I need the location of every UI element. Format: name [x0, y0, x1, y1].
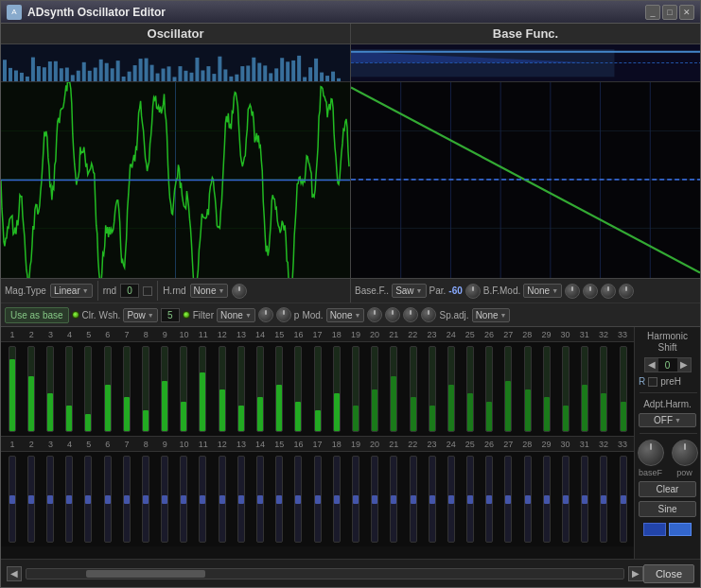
amplitude-slider-30[interactable]: [562, 346, 570, 432]
spadj-dropdown[interactable]: None: [472, 308, 511, 322]
phase-slider-27[interactable]: [504, 456, 512, 543]
filter-knob2[interactable]: [276, 307, 291, 322]
amplitude-slider-13[interactable]: [237, 346, 245, 432]
phase-slider-23[interactable]: [429, 456, 436, 543]
rnd-checkbox[interactable]: [143, 286, 152, 296]
phase-slider-21[interactable]: [390, 456, 397, 543]
preh-checkbox[interactable]: [648, 377, 657, 387]
phase-slider-17[interactable]: [314, 456, 322, 543]
amplitude-slider-28[interactable]: [524, 346, 532, 432]
mod-knob4[interactable]: [421, 307, 436, 322]
minimize-button[interactable]: _: [645, 5, 660, 20]
sine-button[interactable]: Sine: [639, 501, 696, 517]
filter-dropdown[interactable]: None: [217, 308, 255, 322]
bfmod-knob2[interactable]: [583, 284, 598, 299]
phase-slider-14[interactable]: [256, 456, 264, 543]
phase-slider-30[interactable]: [562, 456, 570, 543]
amplitude-slider-14[interactable]: [256, 346, 264, 432]
phase-slider-29[interactable]: [543, 456, 551, 543]
amplitude-slider-20[interactable]: [371, 346, 378, 432]
phase-slider-25[interactable]: [466, 456, 474, 543]
amplitude-slider-23[interactable]: [429, 346, 436, 432]
phase-slider-20[interactable]: [371, 456, 378, 543]
scroll-right-button[interactable]: ▶: [628, 566, 643, 581]
amplitude-slider-31[interactable]: [581, 346, 588, 432]
hrnd-dropdown[interactable]: None: [190, 284, 229, 298]
wsh-dropdown[interactable]: Pow: [123, 308, 157, 322]
phase-slider-10[interactable]: [180, 456, 187, 543]
harmonic-shift-increment[interactable]: ▶: [677, 358, 691, 372]
phase-slider-31[interactable]: [581, 456, 588, 543]
amplitude-slider-24[interactable]: [447, 346, 455, 432]
phase-slider-22[interactable]: [410, 456, 417, 543]
amplitude-slider-17[interactable]: [314, 346, 322, 432]
phase-slider-12[interactable]: [219, 456, 226, 543]
scroll-left-button[interactable]: ◀: [7, 566, 22, 581]
phase-slider-7[interactable]: [123, 456, 131, 543]
phase-slider-15[interactable]: [275, 456, 283, 543]
phase-slider-1[interactable]: [9, 456, 16, 543]
bfmod-knob3[interactable]: [601, 284, 616, 299]
maximize-button[interactable]: □: [662, 5, 677, 20]
amplitude-slider-16[interactable]: [294, 346, 302, 432]
amplitude-slider-15[interactable]: [275, 346, 283, 432]
amplitude-slider-5[interactable]: [84, 346, 92, 432]
adpt-harm-dropdown[interactable]: OFF: [639, 413, 696, 427]
mod-knob2[interactable]: [385, 307, 400, 322]
filter-knob1[interactable]: [258, 307, 273, 322]
phase-slider-5[interactable]: [84, 456, 92, 543]
basef-knob[interactable]: [638, 440, 664, 466]
mod-knob3[interactable]: [403, 307, 418, 322]
phase-slider-8[interactable]: [142, 456, 149, 543]
phase-slider-9[interactable]: [161, 456, 168, 543]
bfmod-knob4[interactable]: [619, 284, 634, 299]
par-knob[interactable]: [465, 284, 481, 299]
amplitude-slider-18[interactable]: [333, 346, 341, 432]
amplitude-slider-4[interactable]: [65, 346, 73, 432]
clear-button[interactable]: Clear: [639, 481, 696, 497]
phase-slider-33[interactable]: [620, 456, 627, 543]
phase-slider-2[interactable]: [27, 456, 35, 543]
hrnd-knob[interactable]: [232, 284, 247, 299]
amplitude-slider-8[interactable]: [142, 346, 149, 432]
phase-slider-24[interactable]: [447, 456, 455, 543]
amplitude-slider-21[interactable]: [390, 346, 397, 432]
amplitude-slider-1[interactable]: [9, 346, 16, 432]
phase-slider-3[interactable]: [46, 456, 54, 543]
amplitude-slider-2[interactable]: [27, 346, 35, 432]
amplitude-slider-19[interactable]: [352, 346, 359, 432]
amplitude-slider-27[interactable]: [504, 346, 512, 432]
horizontal-scrollbar[interactable]: [26, 568, 624, 579]
amplitude-slider-12[interactable]: [219, 346, 226, 432]
mod-knob1[interactable]: [367, 307, 382, 322]
mod-dropdown[interactable]: None: [326, 308, 365, 322]
harmonic-shift-decrement[interactable]: ◀: [645, 358, 658, 372]
harmonic-shift-stepper[interactable]: ◀ 0 ▶: [644, 357, 692, 372]
phase-slider-11[interactable]: [199, 456, 206, 543]
phase-slider-13[interactable]: [237, 456, 245, 543]
amplitude-slider-22[interactable]: [410, 346, 417, 432]
amplitude-slider-9[interactable]: [161, 346, 168, 432]
phase-slider-19[interactable]: [352, 456, 359, 543]
amplitude-slider-11[interactable]: [199, 346, 206, 432]
amplitude-slider-25[interactable]: [466, 346, 474, 432]
amplitude-slider-26[interactable]: [485, 346, 493, 432]
amplitude-slider-32[interactable]: [600, 346, 607, 432]
amplitude-slider-6[interactable]: [104, 346, 112, 432]
amplitude-slider-7[interactable]: [123, 346, 131, 432]
phase-slider-4[interactable]: [65, 456, 73, 543]
close-window-button[interactable]: ✕: [679, 5, 694, 20]
mag-type-dropdown[interactable]: Linear: [50, 284, 93, 298]
pow-knob[interactable]: [672, 440, 698, 466]
basefunc-dropdown[interactable]: Saw: [392, 284, 426, 298]
amplitude-slider-29[interactable]: [543, 346, 551, 432]
amplitude-slider-33[interactable]: [620, 346, 627, 432]
phase-slider-6[interactable]: [104, 456, 112, 543]
amplitude-slider-3[interactable]: [46, 346, 54, 432]
close-button[interactable]: Close: [643, 564, 694, 583]
phase-slider-26[interactable]: [485, 456, 493, 543]
phase-slider-28[interactable]: [524, 456, 532, 543]
phase-slider-16[interactable]: [294, 456, 302, 543]
amplitude-slider-10[interactable]: [180, 346, 187, 432]
bfmod-knob1[interactable]: [565, 284, 580, 299]
